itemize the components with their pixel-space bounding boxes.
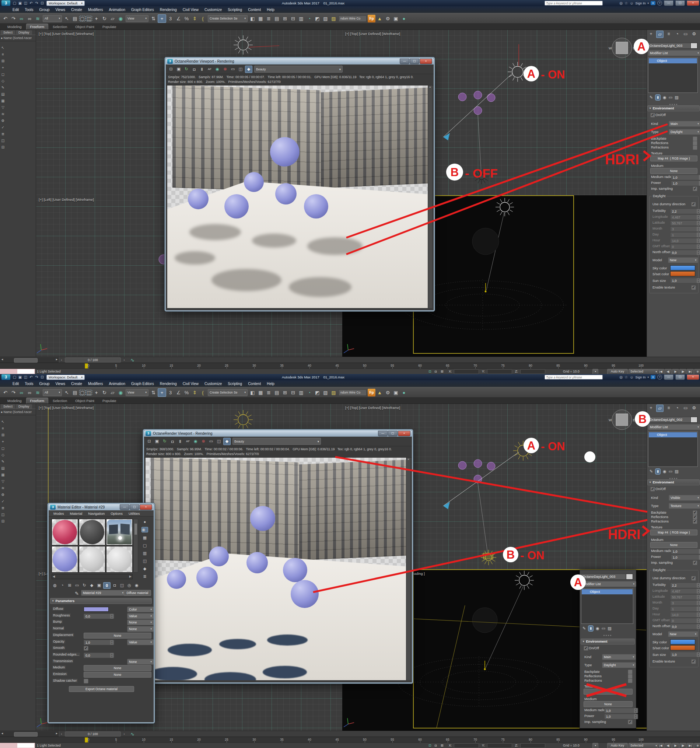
spinner-arrows-icon[interactable]: ▴▾ [697,583,700,588]
favorites-star-icon[interactable]: ☆ [624,375,628,379]
me-tool-icon[interactable]: ◆ [88,582,95,588]
qat-icon[interactable]: ▣ [17,375,23,379]
time-tag-icon[interactable]: ▪ [592,369,598,374]
sign-in-link[interactable]: Sign In [635,2,645,5]
qat-icon[interactable]: ◫ [23,1,28,5]
explorer-tool-icon[interactable]: ✎ [2,459,5,464]
sky-color-swatch[interactable] [670,265,695,271]
show-end-result-icon[interactable]: ▮ [588,625,594,632]
imp-sampling-checkbox[interactable]: ✓ [692,561,697,565]
param-spinner[interactable]: 1,0▴▾ [84,640,114,645]
toolbar-icon[interactable]: 3 [167,389,174,397]
spinner-arrows-icon[interactable]: ▴▾ [697,250,700,255]
toolbar-icon[interactable]: + [93,15,100,23]
explorer-tool-icon[interactable]: ≣ [2,132,5,136]
sample-tool-icon[interactable]: ≣ [143,574,146,579]
hierarchy-tab-icon[interactable]: ≡ [665,30,672,37]
toolbar-icon[interactable]: ◔ [305,389,313,397]
sample-tool-icon[interactable]: ◫ [143,559,147,563]
create-selection-set-field[interactable]: Create Selection Se▾ [208,15,248,22]
explorer-tool-icon[interactable]: ≡ [2,52,4,56]
explorer-sort-header[interactable]: ● Name (Sorted Ascer [0,409,36,415]
power-spinner[interactable]: 1,0▴▾ [604,714,638,719]
toolbar-icon[interactable]: ▱ [109,389,117,397]
menu-item[interactable]: Civil View [180,8,202,12]
menu-item[interactable]: Group [36,8,53,12]
toolbar-icon[interactable]: ◫ [86,390,92,395]
motion-tab-icon[interactable]: ◔ [674,404,680,411]
pan-icon[interactable]: ⊕ [694,369,700,374]
texture-map-button[interactable]: Map #4 ( RGB image ) [650,529,697,535]
material-editor-window[interactable]: 3 Material Editor - Material #29 —▢× Mod… [47,503,155,723]
minimize-button[interactable]: — [400,59,409,64]
menu-item[interactable]: Edit [9,8,22,12]
me-tool-icon[interactable]: ▣ [96,582,102,588]
material-slot[interactable] [52,519,78,545]
y-coord-field[interactable] [487,743,512,748]
enable-texture-checkbox[interactable]: ✓ [691,659,696,664]
prev-key-button[interactable]: ◀| [665,743,672,748]
menu-item[interactable]: Tools [22,382,36,386]
power-spinner[interactable]: 1,0▴▾ [671,555,700,560]
close-button[interactable]: × [420,59,432,64]
refractions-checkbox[interactable] [692,145,697,150]
modify-tab-icon[interactable]: ▱ [656,30,664,38]
qat-icon[interactable]: ⊡ [39,1,45,5]
material-slot[interactable] [52,546,78,573]
toolbar-icon[interactable]: ◩ [314,389,321,397]
toolbar-icon[interactable]: ↶ [2,389,9,397]
z-coord-field[interactable] [520,369,545,374]
toolbar-icon[interactable]: ▣ [392,15,400,23]
object-name-field[interactable]: OctaneDayLight_002 [648,417,691,423]
viewport-label-top-right[interactable]: [+] [Top] [User Defined] [Wireframe] [345,32,400,36]
display-tab-icon[interactable]: ▭ [682,404,689,411]
stack-entry-object[interactable]: Object [582,589,633,594]
modifier-stack[interactable]: Object [648,58,698,93]
spinner-arrows-icon[interactable]: ▴▾ [110,640,114,645]
render-tool-icon[interactable]: ▣ [175,66,182,73]
explorer-tool-icon[interactable]: ✓ [2,499,5,503]
render-tool-icon[interactable]: ↻ [161,438,168,445]
pin-stack-icon[interactable]: ✎ [650,469,653,474]
favorites-star-icon[interactable]: ☆ [624,1,628,5]
menu-item[interactable]: Help [264,382,278,386]
month-spinner[interactable]: 3▴▾ [670,226,700,232]
explorer-tab[interactable]: Display [16,30,32,35]
spinner-arrows-icon[interactable]: ▴▾ [697,233,700,237]
maxscript-mini-listener[interactable] [0,369,35,374]
coord-icon[interactable]: ⊞ [440,369,443,373]
workspace-dropdown[interactable]: Workspace: Default▾ [46,1,85,6]
reference-dropdown[interactable]: View▾ [126,389,149,396]
latitude-spinner[interactable]: 50,767▴▾ [670,594,700,600]
sample-tool-icon[interactable]: ▥ [143,551,147,556]
toolbar-icon[interactable]: { [199,389,207,397]
toolbar-icon[interactable]: ◔ [305,15,313,23]
toolbar-icon[interactable]: ⚙ [384,389,392,397]
create-tab-icon[interactable]: + [648,404,654,411]
sample-tool-icon[interactable]: ● [144,520,146,524]
sign-in-link[interactable]: Sign In [635,376,645,379]
toolbar-icon[interactable]: + [158,388,166,397]
qat-icon[interactable]: ◫ [23,375,28,379]
auto-key-button[interactable]: Auto Key [607,369,628,374]
show-end-result-icon[interactable]: 0 [103,582,111,589]
ribbon-tab[interactable]: Modeling [4,398,26,403]
explorer-tool-icon[interactable]: ⊟ [2,145,5,149]
qat-icon[interactable]: ▢ [12,1,17,5]
qat-icon[interactable]: ↷ [34,375,39,379]
toolbar-icon[interactable]: ◉ [117,15,125,23]
param-mode-dropdown[interactable]: None▾ [127,619,153,625]
coord-icon[interactable]: ⊞ [440,743,443,747]
render-channel-dropdown[interactable]: Beauty▾ [232,438,321,445]
z-coord-field[interactable] [520,743,545,748]
toolbar-icon[interactable]: ⊞ [281,389,289,397]
create-tab-icon[interactable]: + [648,30,654,37]
sun-size-spinner[interactable]: 1,0▴▾ [670,652,700,657]
explorer-tool-icon[interactable]: ▤ [1,466,5,470]
remove-modifier-icon[interactable]: ▭ [601,626,605,631]
next-frame-icon[interactable]: › [122,358,126,362]
menu-item[interactable]: Content [245,382,264,386]
render-tool-icon[interactable]: ◫ [237,66,244,73]
kind-dropdown[interactable]: Visible▾ [669,495,700,501]
next-key-button[interactable]: |▶ [679,369,686,374]
